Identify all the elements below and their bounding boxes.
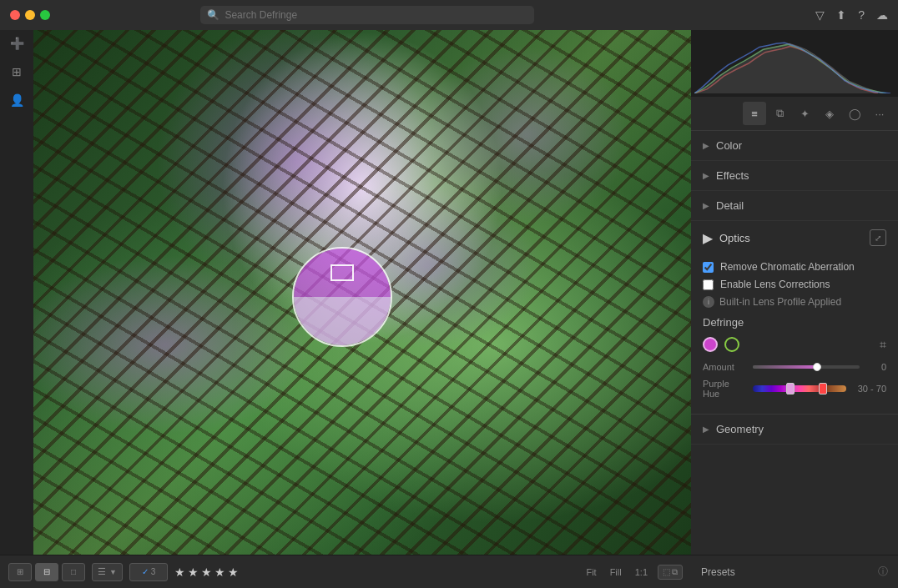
- library-icon[interactable]: ⊞: [12, 65, 22, 78]
- photo-area: [33, 30, 691, 555]
- titlebar: 🔍 ▽ ⬆ ? ☁: [0, 0, 898, 30]
- green-color-selector[interactable]: [724, 337, 739, 352]
- effects-title: Effects: [716, 169, 749, 182]
- amount-slider-fill: [753, 365, 817, 369]
- builtin-profile-label: Built-in Lens Profile Applied: [719, 296, 841, 308]
- zoom-fit-button[interactable]: Fit: [583, 565, 599, 579]
- builtin-profile-row: i Built-in Lens Profile Applied: [703, 296, 886, 308]
- amount-slider-row: Amount 0: [703, 362, 886, 372]
- grid-view-button[interactable]: ⊞: [8, 563, 32, 581]
- export-button[interactable]: ⬚ ⧉: [658, 565, 683, 580]
- purple-hue-thumb-right[interactable]: [819, 383, 827, 395]
- sort-button[interactable]: ☰ ▼: [92, 563, 123, 581]
- zoom-1to1-button[interactable]: 1:1: [632, 565, 651, 579]
- purple-hue-value: 30 - 70: [853, 384, 886, 394]
- purple-hue-row: Purple Hue 30 - 70: [703, 379, 886, 399]
- maximize-button[interactable]: [40, 10, 50, 20]
- chromatic-aberration-label[interactable]: Remove Chromatic Aberration: [720, 261, 855, 273]
- optics-expand-icon[interactable]: ⤢: [870, 229, 886, 246]
- purple-color-selector[interactable]: [703, 337, 718, 352]
- star-4[interactable]: ★: [214, 565, 225, 579]
- main-area: ➕ ⊞ 👤 ≡: [0, 30, 898, 555]
- export-icon: ⬚: [663, 567, 670, 576]
- optics-title: Optics: [719, 232, 863, 244]
- optics-content: Remove Chromatic Aberration Enable Lens …: [691, 254, 898, 414]
- right-bottom-bar: Presets ⓘ: [691, 555, 898, 588]
- amount-slider-track[interactable]: [753, 365, 860, 369]
- search-input[interactable]: [224, 9, 527, 21]
- chromatic-aberration-checkbox[interactable]: [703, 262, 714, 273]
- color-chevron: ▶: [703, 141, 709, 150]
- square-grid-button[interactable]: ⊟: [35, 563, 58, 581]
- lens-corrections-label[interactable]: Enable Lens Corrections: [720, 279, 830, 290]
- close-button[interactable]: [10, 10, 20, 20]
- titlebar-right: ▽ ⬆ ? ☁: [815, 8, 888, 22]
- left-sidebar: ➕ ⊞ 👤: [0, 30, 33, 555]
- flag-check-icon: ✓: [142, 567, 149, 576]
- histogram: [691, 30, 898, 97]
- optics-header[interactable]: ▶ Optics ⤢: [691, 221, 898, 254]
- retouch-panel-button[interactable]: ✦: [793, 102, 816, 125]
- flag-area: ✓ 3: [129, 563, 168, 581]
- geometry-title: Geometry: [716, 423, 764, 435]
- eyedropper-icon[interactable]: ⌗: [880, 338, 886, 352]
- purple-hue-thumb-left[interactable]: [786, 383, 795, 395]
- flag-number: 3: [151, 567, 156, 576]
- optics-panel: ▶ Optics ⤢ Remove Chromatic Aberration E…: [691, 221, 898, 415]
- sort-icon: ☰: [98, 566, 106, 577]
- crop-panel-button[interactable]: ⧉: [768, 102, 791, 125]
- traffic-lights: [10, 10, 50, 20]
- lens-corrections-row: Enable Lens Corrections: [703, 279, 886, 290]
- view-buttons: ⊞ ⊟ □: [8, 563, 85, 581]
- star-3[interactable]: ★: [201, 565, 212, 579]
- filter-icon[interactable]: ▽: [815, 8, 825, 22]
- geometry-chevron: ▶: [703, 425, 709, 434]
- people-icon[interactable]: 👤: [10, 93, 24, 107]
- color-title: Color: [716, 139, 742, 152]
- minimize-button[interactable]: [25, 10, 35, 20]
- star-5[interactable]: ★: [228, 565, 239, 579]
- amount-label: Amount: [703, 362, 746, 372]
- defringe-colors: ⌗: [703, 337, 886, 352]
- star-rating[interactable]: ★ ★ ★ ★ ★: [174, 565, 239, 579]
- bottom-bar: ⊞ ⊟ □ ☰ ▼ ✓ 3 ★ ★ ★ ★ ★ Fit Fill 1:1 ⬚ ⧉: [0, 555, 691, 588]
- add-photo-icon[interactable]: ➕: [10, 37, 24, 50]
- effects-section[interactable]: ▶ Effects: [691, 161, 898, 191]
- amount-value: 0: [866, 362, 886, 372]
- color-section[interactable]: ▶ Color: [691, 131, 898, 161]
- star-1[interactable]: ★: [174, 565, 185, 579]
- circle-panel-button[interactable]: ◯: [843, 102, 866, 125]
- panel-icons: ≡ ⧉ ✦ ◈ ◯ ···: [691, 97, 898, 131]
- info-icon: i: [703, 296, 714, 308]
- purple-hue-track[interactable]: [753, 385, 846, 392]
- detail-title: Detail: [716, 199, 744, 212]
- optics-chevron: ▶: [703, 230, 713, 246]
- star-2[interactable]: ★: [188, 565, 199, 579]
- detail-section[interactable]: ▶ Detail: [691, 191, 898, 221]
- presets-label[interactable]: Presets: [701, 566, 735, 578]
- chromatic-aberration-row: Remove Chromatic Aberration: [703, 261, 886, 273]
- geometry-section[interactable]: ▶ Geometry: [691, 415, 898, 445]
- compare-icon: ⧉: [672, 567, 678, 577]
- right-panel: ≡ ⧉ ✦ ◈ ◯ ··· ▶ Color ▶ Effects ▶ Detail…: [691, 30, 898, 555]
- zoom-controls: Fit Fill 1:1 ⬚ ⧉: [583, 565, 683, 580]
- sliders-panel-button[interactable]: ≡: [743, 102, 766, 125]
- account-icon[interactable]: ☁: [876, 8, 888, 22]
- zoom-fill-button[interactable]: Fill: [607, 565, 625, 579]
- info-bottom-icon[interactable]: ⓘ: [878, 565, 888, 579]
- detail-chevron: ▶: [703, 201, 709, 210]
- purple-hue-label: Purple Hue: [703, 379, 746, 399]
- lens-corrections-checkbox[interactable]: [703, 279, 714, 290]
- more-panel-button[interactable]: ···: [868, 102, 891, 125]
- share-icon[interactable]: ⬆: [836, 8, 846, 22]
- single-view-button[interactable]: □: [62, 563, 85, 581]
- amount-slider-thumb[interactable]: [813, 363, 821, 371]
- effects-chevron: ▶: [703, 171, 709, 180]
- bottom-container: ⊞ ⊟ □ ☰ ▼ ✓ 3 ★ ★ ★ ★ ★ Fit Fill 1:1 ⬚ ⧉: [0, 555, 898, 588]
- help-icon[interactable]: ?: [858, 8, 865, 22]
- filter-panel-button[interactable]: ◈: [818, 102, 841, 125]
- search-bar[interactable]: 🔍: [200, 6, 534, 24]
- sort-chevron: ▼: [109, 568, 117, 576]
- search-icon: 🔍: [207, 9, 219, 21]
- photo-background: [33, 30, 691, 555]
